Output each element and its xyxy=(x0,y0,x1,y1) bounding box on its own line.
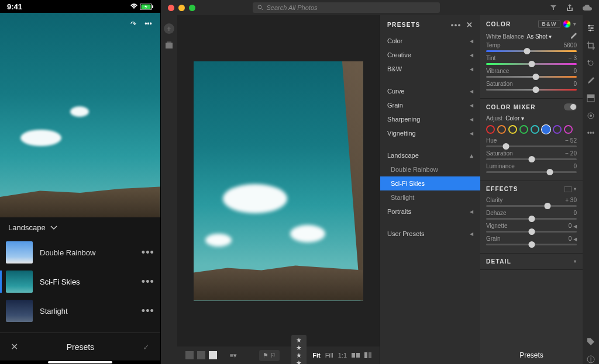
slider-hue[interactable]: Hue− 52 xyxy=(486,137,577,149)
slider-saturation[interactable]: Saturation− 20 xyxy=(486,150,577,162)
svg-point-3 xyxy=(258,5,261,9)
more-icon[interactable]: ••• xyxy=(142,276,154,288)
share-icon[interactable] xyxy=(566,4,573,12)
swatch-2[interactable] xyxy=(508,125,517,134)
search-input[interactable]: Search All Photos xyxy=(253,2,440,13)
presets-more-icon[interactable]: ••• xyxy=(451,20,462,29)
swatch-6[interactable] xyxy=(553,125,562,134)
crop-icon[interactable] xyxy=(586,41,595,50)
window-close-icon[interactable] xyxy=(168,5,174,11)
preset-group-user[interactable]: User Presets◀ xyxy=(380,227,480,241)
main-photo[interactable] xyxy=(194,61,363,301)
slider-tint[interactable]: Tint− 3 xyxy=(486,55,577,67)
preset-group-color[interactable]: Color◀ xyxy=(380,34,480,48)
close-presets-icon[interactable]: ✕ xyxy=(466,20,473,29)
slider-grain[interactable]: Grain0 ◀ xyxy=(486,235,577,247)
mixer-toggle[interactable] xyxy=(564,103,577,110)
svg-point-15 xyxy=(588,25,590,27)
single-view-icon[interactable] xyxy=(209,351,217,359)
grid-small-icon[interactable] xyxy=(185,351,194,359)
slider-dehaze[interactable]: Dehaze0 xyxy=(486,210,577,221)
filter-icon[interactable] xyxy=(550,4,557,11)
preset-item-starlight[interactable]: Starlight ••• xyxy=(0,296,160,325)
preset-group-landscape[interactable]: Landscape◀ xyxy=(380,148,480,162)
svg-point-16 xyxy=(591,27,593,29)
wb-select[interactable]: As Shot ▾ xyxy=(527,33,552,40)
preset-scifi-skies[interactable]: Sci-Fi Skies xyxy=(380,176,480,190)
more-tools-icon[interactable]: ••• xyxy=(586,129,595,138)
sort-button[interactable]: ≡▾ xyxy=(225,352,242,359)
preset-group-bw[interactable]: B&W◀ xyxy=(380,62,480,76)
swatch-7[interactable] xyxy=(564,125,573,134)
desktop-window: Search All Photos + xyxy=(161,0,599,364)
bw-toggle[interactable]: B&W xyxy=(538,20,560,28)
tag-icon[interactable] xyxy=(586,337,595,346)
adjust-select[interactable]: Color ▾ xyxy=(505,115,524,122)
detail-collapse-icon[interactable]: ▾ xyxy=(574,259,577,264)
mobile-photo-preview[interactable]: ↷ ••• xyxy=(0,13,160,217)
preset-double-rainbow[interactable]: Double Rainbow xyxy=(380,162,480,176)
onetoone-button[interactable]: 1:1 xyxy=(338,352,347,359)
swatch-3[interactable] xyxy=(519,125,528,134)
confirm-button[interactable]: ✓ xyxy=(143,342,150,352)
chevron-down-icon xyxy=(50,226,57,230)
fill-button[interactable]: Fill xyxy=(325,352,333,359)
mobile-category-selector[interactable]: Landscape xyxy=(0,217,160,238)
slider-luminance[interactable]: Luminance0 xyxy=(486,163,577,175)
preset-group-sharpening[interactable]: Sharpening◀ xyxy=(380,112,480,126)
heal-icon[interactable] xyxy=(586,58,595,68)
mobile-preset-list: Double Rainbow ••• Sci-Fi Skies ••• Star… xyxy=(0,238,160,332)
preset-group-portraits[interactable]: Portraits◀ xyxy=(380,204,480,219)
library-icon[interactable] xyxy=(165,41,173,49)
info-icon[interactable]: i xyxy=(586,355,595,364)
eyedropper-icon[interactable] xyxy=(570,33,577,40)
preset-label: Double Rainbow xyxy=(40,248,135,257)
more-icon[interactable]: ••• xyxy=(144,20,152,28)
swatch-1[interactable] xyxy=(497,125,506,134)
window-titlebar: Search All Photos xyxy=(161,0,599,15)
preset-starlight[interactable]: Starlight xyxy=(380,190,480,204)
swatch-5[interactable] xyxy=(542,125,550,134)
slider-saturation[interactable]: Saturation0 xyxy=(486,81,577,92)
more-icon[interactable]: ••• xyxy=(142,247,154,259)
brush-icon[interactable] xyxy=(586,76,595,85)
preset-group-curve[interactable]: Curve◀ xyxy=(380,84,480,98)
cloud-icon[interactable] xyxy=(583,5,592,11)
swatch-0[interactable] xyxy=(486,125,495,134)
slider-vibrance[interactable]: Vibrance0 xyxy=(486,68,577,79)
more-icon[interactable]: ••• xyxy=(142,305,154,317)
slider-temp[interactable]: Temp5600 xyxy=(486,42,577,54)
radial-gradient-icon[interactable] xyxy=(586,111,595,120)
effects-view-icon[interactable] xyxy=(564,186,572,192)
presets-button[interactable]: Presets xyxy=(480,346,583,364)
preset-group-vignetting[interactable]: Vignetting◀ xyxy=(380,126,480,140)
detail-section[interactable]: DETAIL ▾ xyxy=(480,254,583,270)
undo-icon[interactable]: ↷ xyxy=(130,20,136,28)
wb-label: White Balance xyxy=(486,33,524,40)
preset-group-grain[interactable]: Grain◀ xyxy=(380,98,480,112)
slider-vignette[interactable]: Vignette0 ◀ xyxy=(486,223,577,234)
preset-group-creative[interactable]: Creative◀ xyxy=(380,48,480,62)
close-button[interactable]: ✕ xyxy=(11,341,18,352)
fit-button[interactable]: Fit xyxy=(312,352,320,359)
auto-dropdown[interactable]: ▾ xyxy=(573,21,577,27)
edit-sliders-icon[interactable] xyxy=(586,23,595,33)
slider-clarity[interactable]: Clarity+ 30 xyxy=(486,197,577,209)
preset-item-double-rainbow[interactable]: Double Rainbow ••• xyxy=(0,238,160,267)
swatch-4[interactable] xyxy=(531,125,539,134)
window-minimize-icon[interactable] xyxy=(178,5,185,11)
window-zoom-icon[interactable] xyxy=(189,5,195,11)
color-wheel-icon[interactable] xyxy=(563,20,571,28)
preset-item-scifi-skies[interactable]: Sci-Fi Skies ••• xyxy=(0,267,160,296)
grid-large-icon[interactable] xyxy=(197,351,205,359)
beforeafter-icon[interactable] xyxy=(364,352,371,359)
preset-thumb xyxy=(6,271,33,293)
linear-gradient-icon[interactable] xyxy=(586,93,595,103)
add-photo-button[interactable]: + xyxy=(164,23,174,34)
rating-filter[interactable]: ★ ★ ★ ★ ★ xyxy=(291,335,307,365)
effects-collapse-icon[interactable]: ▾ xyxy=(574,186,577,192)
compare-icon[interactable] xyxy=(352,352,360,359)
color-section: COLOR B&W ▾ White Balance As Shot ▾ Temp… xyxy=(480,15,583,99)
footer-title: Presets xyxy=(67,342,94,352)
flag-filter[interactable]: ⚑⚐ xyxy=(259,350,280,361)
